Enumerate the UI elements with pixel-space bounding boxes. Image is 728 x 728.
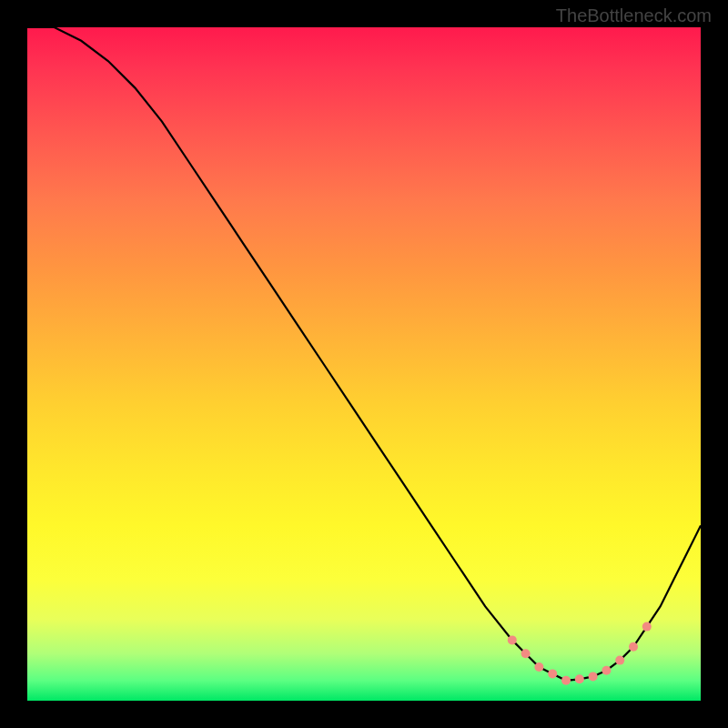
marker-dot [561, 676, 571, 685]
chart-svg [27, 27, 701, 701]
plot-area [27, 27, 701, 701]
marker-dot [575, 674, 584, 683]
marker-dot [615, 656, 624, 665]
marker-dot [548, 669, 557, 678]
marker-dot [534, 662, 543, 672]
marker-dot [629, 642, 638, 652]
marker-dot [521, 649, 531, 658]
marker-dot [602, 666, 611, 675]
marker-dots [508, 622, 652, 685]
curve-line [27, 27, 701, 681]
marker-dot [589, 672, 598, 681]
marker-dot [642, 622, 652, 632]
marker-dot [508, 635, 517, 644]
watermark-text: TheBottleneck.com [556, 5, 712, 26]
